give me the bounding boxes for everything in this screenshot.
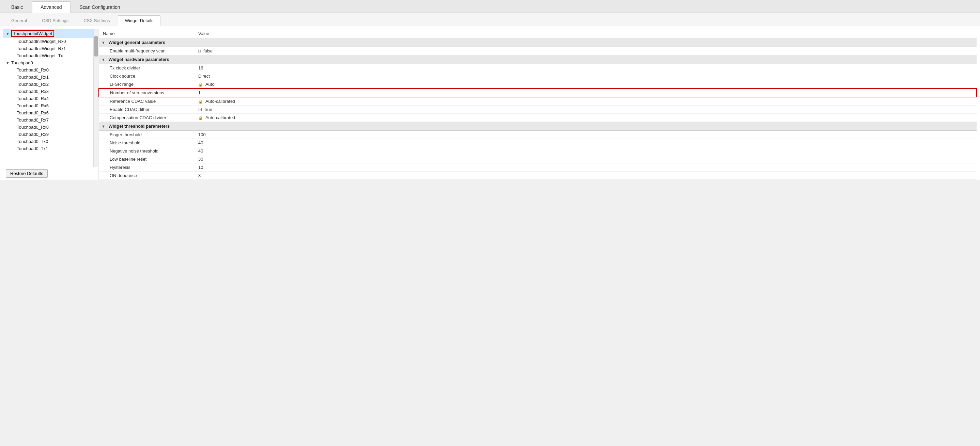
scroll-thumb bbox=[94, 36, 98, 57]
tree-label-touchpadinitwidget: TouchpadInitWidget bbox=[11, 30, 54, 37]
tree-panel: ▼ TouchpadInitWidget TouchpadInitWidget_… bbox=[3, 29, 99, 180]
tree-item-touchpadinitwidget[interactable]: ▼ TouchpadInitWidget bbox=[3, 29, 93, 38]
tree-item-touchpad0-rx2[interactable]: Touchpad0_Rx2 bbox=[3, 81, 93, 88]
tree-label: Touchpad0_Rx6 bbox=[17, 110, 49, 116]
tree-item-touchpad0-rx6[interactable]: Touchpad0_Rx6 bbox=[3, 109, 93, 116]
prop-name-comp-cdac-divider: Compensation CDAC divider bbox=[99, 114, 194, 122]
sec-tab-bar: General CSD Settings CSX Settings Widget… bbox=[0, 13, 980, 26]
tree-item-touchpadinitwidget-rx1[interactable]: TouchpadInitWidget_Rx1 bbox=[3, 45, 93, 52]
row-num-sub-conversions: Number of sub-conversions 1 bbox=[99, 89, 977, 97]
properties-panel: Name Value ▼ Widget general parameters E… bbox=[99, 29, 977, 180]
prop-name-ref-cdac-value: Reference CDAC value bbox=[99, 97, 194, 106]
tree-label: Touchpad0_Rx4 bbox=[17, 96, 49, 101]
tree-label: Touchpad0_Tx1 bbox=[17, 146, 48, 151]
tree-label: Touchpad0_Rx7 bbox=[17, 117, 49, 122]
tree-item-touchpad0-rx3[interactable]: Touchpad0_Rx3 bbox=[3, 88, 93, 95]
prop-name-enable-multifreq: Enable multi-frequency scan bbox=[99, 47, 194, 55]
collapse-icon: ▼ bbox=[102, 41, 105, 44]
row-finger-threshold: Finger threshold 100 bbox=[99, 131, 977, 139]
prop-value-enable-cdac-dither[interactable]: ☑ true bbox=[194, 106, 977, 114]
prop-value-finger-threshold[interactable]: 100 bbox=[194, 131, 977, 139]
tree-item-touchpad0-rx5[interactable]: Touchpad0_Rx5 bbox=[3, 102, 93, 109]
section-label: Widget general parameters bbox=[109, 40, 165, 45]
prop-name-clock-source: Clock source bbox=[99, 72, 194, 80]
section-widget-threshold[interactable]: ▼ Widget threshold parameters bbox=[99, 122, 977, 131]
prop-name-tx-clock-divider: Tx clock divider bbox=[99, 64, 194, 72]
section-widget-general[interactable]: ▼ Widget general parameters bbox=[99, 38, 977, 47]
properties-table: Name Value ▼ Widget general parameters E… bbox=[99, 29, 977, 180]
top-tab-bar: Basic Advanced Scan Configuration bbox=[0, 0, 980, 13]
prop-value-ref-cdac-value: 🔒 Auto-calibrated bbox=[194, 97, 977, 106]
prop-value-on-debounce[interactable]: 3 bbox=[194, 171, 977, 180]
tree-item-touchpad0-rx8[interactable]: Touchpad0_Rx8 bbox=[3, 124, 93, 131]
tree-label: Touchpad0_Rx3 bbox=[17, 89, 49, 94]
row-low-baseline-reset: Low baseline reset 30 bbox=[99, 155, 977, 163]
prop-value-num-sub-conversions[interactable]: 1 bbox=[194, 89, 977, 97]
prop-value-comp-cdac-divider: 🔒 Auto-calibrated bbox=[194, 114, 977, 122]
prop-value-text: false bbox=[204, 48, 213, 54]
prop-value-low-baseline-reset[interactable]: 30 bbox=[194, 155, 977, 163]
tree-wrapper: ▼ TouchpadInitWidget TouchpadInitWidget_… bbox=[3, 29, 98, 167]
tree-item-touchpad0[interactable]: ▼ Touchpad0 bbox=[3, 59, 93, 67]
prop-name-negative-noise-threshold: Negative noise threshold bbox=[99, 147, 194, 155]
prop-value-text: Auto bbox=[205, 82, 215, 87]
prop-value-tx-clock-divider[interactable]: 16 bbox=[194, 64, 977, 72]
tree-item-touchpad0-tx1[interactable]: Touchpad0_Tx1 bbox=[3, 145, 93, 152]
tree-item-touchpad0-rx0[interactable]: Touchpad0_Rx0 bbox=[3, 67, 93, 73]
tree-label: Touchpad0_Rx0 bbox=[17, 67, 49, 73]
lock-icon: 🔒 bbox=[198, 116, 203, 120]
main-content: General CSD Settings CSX Settings Widget… bbox=[0, 13, 980, 180]
tab-csd-settings[interactable]: CSD Settings bbox=[35, 15, 76, 26]
tab-widget-details[interactable]: Widget Details bbox=[118, 15, 161, 26]
section-label: Widget hardware parameters bbox=[109, 57, 169, 62]
tree-label: Touchpad0_Rx5 bbox=[17, 103, 49, 108]
row-lfsr-range: LFSR range 🔒 Auto bbox=[99, 80, 977, 89]
tree-item-touchpad0-rx4[interactable]: Touchpad0_Rx4 bbox=[3, 95, 93, 102]
tree-item-touchpad0-rx1[interactable]: Touchpad0_Rx1 bbox=[3, 73, 93, 81]
tab-csx-settings[interactable]: CSX Settings bbox=[76, 15, 117, 26]
row-clock-source: Clock source Direct bbox=[99, 72, 977, 80]
tree-label: TouchpadInitWidget_Rx1 bbox=[17, 46, 66, 51]
row-noise-threshold: Noise threshold 40 bbox=[99, 139, 977, 147]
prop-value-hysteresis[interactable]: 10 bbox=[194, 163, 977, 171]
tree-label: Touchpad0_Rx8 bbox=[17, 125, 49, 130]
prop-name-finger-threshold: Finger threshold bbox=[99, 131, 194, 139]
tab-scan-configuration[interactable]: Scan Configuration bbox=[71, 2, 129, 13]
tree-item-touchpad0-rx7[interactable]: Touchpad0_Rx7 bbox=[3, 116, 93, 124]
prop-name-lfsr-range: LFSR range bbox=[99, 80, 194, 89]
prop-value-noise-threshold[interactable]: 40 bbox=[194, 139, 977, 147]
section-widget-hardware[interactable]: ▼ Widget hardware parameters bbox=[99, 55, 977, 64]
tree-item-touchpadinitwidget-tx[interactable]: TouchpadInitWidget_Tx bbox=[3, 52, 93, 59]
prop-value-clock-source[interactable]: Direct bbox=[194, 72, 977, 80]
tree-item-touchpadinitwidget-rx0[interactable]: TouchpadInitWidget_Rx0 bbox=[3, 38, 93, 45]
prop-name-num-sub-conversions: Number of sub-conversions bbox=[99, 89, 194, 97]
checkbox-icon-checked[interactable]: ☑ bbox=[198, 107, 202, 112]
tree-scrollbar[interactable] bbox=[93, 29, 98, 167]
restore-defaults-button[interactable]: Restore Defaults bbox=[6, 169, 48, 178]
prop-name-hysteresis: Hysteresis bbox=[99, 163, 194, 171]
name-column-header: Name bbox=[99, 29, 194, 38]
tree-item-touchpad0-tx0[interactable]: Touchpad0_Tx0 bbox=[3, 138, 93, 145]
prop-value-negative-noise-threshold[interactable]: 40 bbox=[194, 147, 977, 155]
value-column-header: Value bbox=[194, 29, 977, 38]
tree-footer: Restore Defaults bbox=[3, 167, 98, 180]
tab-general[interactable]: General bbox=[4, 15, 34, 26]
prop-value-enable-multifreq[interactable]: □ false bbox=[194, 47, 977, 55]
tree-label: Touchpad0_Tx0 bbox=[17, 139, 48, 144]
checkbox-icon-unchecked[interactable]: □ bbox=[198, 49, 200, 54]
tree-item-touchpad0-rx9[interactable]: Touchpad0_Rx9 bbox=[3, 131, 93, 138]
prop-value-lfsr-range: 🔒 Auto bbox=[194, 80, 977, 89]
row-negative-noise-threshold: Negative noise threshold 40 bbox=[99, 147, 977, 155]
tree-label: Touchpad0_Rx9 bbox=[17, 132, 49, 137]
tab-advanced[interactable]: Advanced bbox=[32, 2, 70, 13]
lock-icon: 🔒 bbox=[198, 99, 203, 103]
row-tx-clock-divider: Tx clock divider 16 bbox=[99, 64, 977, 72]
row-enable-cdac-dither: Enable CDAC dither ☑ true bbox=[99, 106, 977, 114]
tree-label: Touchpad0_Rx1 bbox=[17, 75, 49, 80]
expand-icon: ▼ bbox=[6, 61, 11, 65]
tab-basic[interactable]: Basic bbox=[3, 2, 31, 13]
prop-value-text: true bbox=[205, 107, 212, 112]
collapse-icon: ▼ bbox=[102, 124, 105, 129]
row-enable-multifreq: Enable multi-frequency scan □ false bbox=[99, 47, 977, 55]
row-on-debounce: ON debounce 3 bbox=[99, 171, 977, 180]
